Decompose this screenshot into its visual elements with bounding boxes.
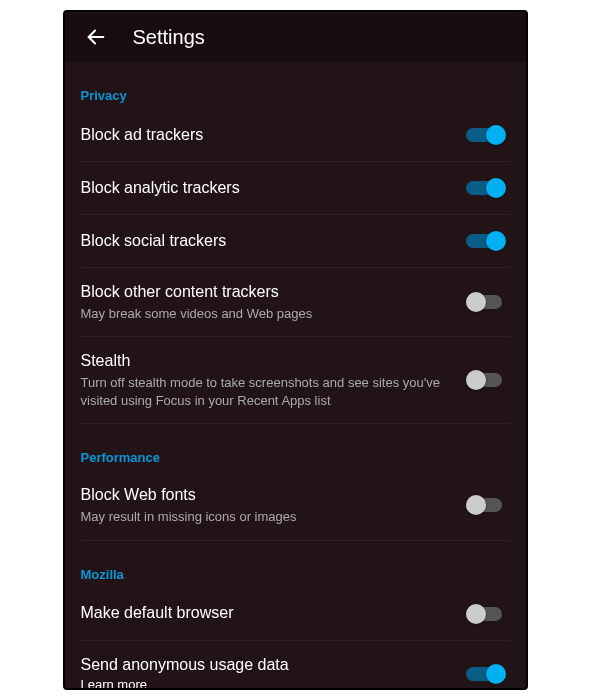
row-title: Stealth: [81, 351, 450, 372]
toggle-block-analytic-trackers[interactable]: [466, 176, 510, 200]
row-title: Block other content trackers: [81, 282, 450, 303]
header: Settings: [65, 12, 526, 62]
row-block-ad-trackers[interactable]: Block ad trackers: [81, 109, 510, 162]
toggle-send-anonymous-usage-data[interactable]: [466, 662, 510, 686]
back-button[interactable]: [79, 20, 113, 54]
row-text: Stealth Turn off stealth mode to take sc…: [81, 351, 466, 409]
row-block-analytic-trackers[interactable]: Block analytic trackers: [81, 162, 510, 215]
content: Privacy Block ad trackers Block analytic…: [65, 62, 526, 688]
row-text: Block other content trackers May break s…: [81, 282, 466, 322]
row-text: Make default browser: [81, 603, 466, 624]
row-title: Send anonymous usage data: [81, 655, 450, 676]
row-subtitle: May result in missing icons or images: [81, 508, 450, 526]
section-header-privacy: Privacy: [81, 88, 510, 103]
back-arrow-icon: [85, 26, 107, 48]
toggle-stealth[interactable]: [466, 368, 510, 392]
settings-screen: Settings Privacy Block ad trackers Block…: [63, 10, 528, 690]
row-subtitle: May break some videos and Web pages: [81, 305, 450, 323]
row-make-default-browser[interactable]: Make default browser: [81, 588, 510, 641]
row-text: Block Web fonts May result in missing ic…: [81, 485, 466, 525]
section-header-mozilla: Mozilla: [81, 567, 510, 582]
row-title: Block ad trackers: [81, 125, 450, 146]
row-subtitle: Turn off stealth mode to take screenshot…: [81, 374, 450, 409]
row-block-other-content-trackers[interactable]: Block other content trackers May break s…: [81, 268, 510, 337]
row-stealth[interactable]: Stealth Turn off stealth mode to take sc…: [81, 337, 510, 424]
toggle-block-social-trackers[interactable]: [466, 229, 510, 253]
row-text: Block ad trackers: [81, 125, 466, 146]
row-text: Block social trackers: [81, 231, 466, 252]
toggle-block-ad-trackers[interactable]: [466, 123, 510, 147]
row-send-anonymous-usage-data[interactable]: Send anonymous usage data Learn more: [81, 641, 510, 688]
row-text: Send anonymous usage data Learn more: [81, 655, 466, 688]
learn-more-link[interactable]: Learn more: [81, 677, 147, 688]
section-header-performance: Performance: [81, 450, 510, 465]
toggle-block-other-content-trackers[interactable]: [466, 290, 510, 314]
row-title: Block Web fonts: [81, 485, 450, 506]
row-block-social-trackers[interactable]: Block social trackers: [81, 215, 510, 268]
row-text: Block analytic trackers: [81, 178, 466, 199]
row-title: Make default browser: [81, 603, 450, 624]
row-title: Block analytic trackers: [81, 178, 450, 199]
row-title: Block social trackers: [81, 231, 450, 252]
toggle-block-web-fonts[interactable]: [466, 493, 510, 517]
row-block-web-fonts[interactable]: Block Web fonts May result in missing ic…: [81, 471, 510, 540]
page-title: Settings: [133, 26, 205, 49]
toggle-make-default-browser[interactable]: [466, 602, 510, 626]
